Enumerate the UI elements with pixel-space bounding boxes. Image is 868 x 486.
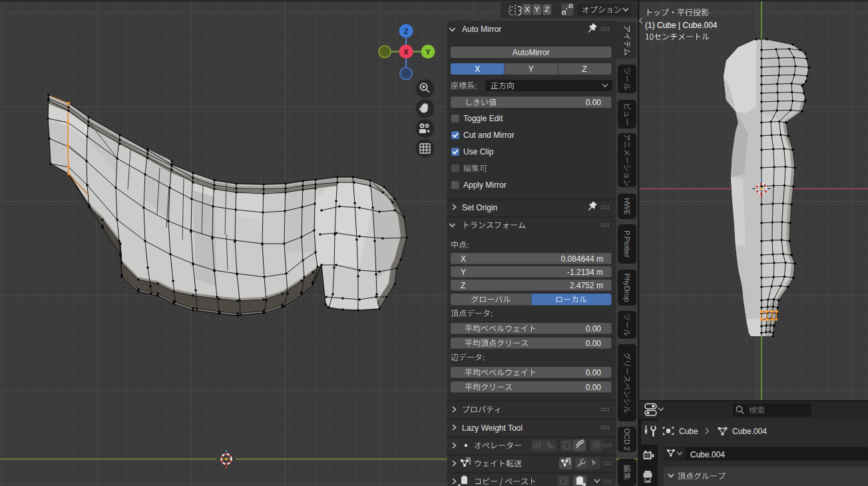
svg-text:2.4752 m: 2.4752 m [570,281,603,290]
svg-text:Z: Z [461,281,465,290]
svg-text:Cube.004: Cube.004 [732,427,767,436]
svg-text:Y: Y [425,48,431,56]
svg-text:Y: Y [529,65,534,74]
svg-text:Y: Y [535,5,540,13]
svg-text:(1) Cube | Cube.004: (1) Cube | Cube.004 [645,21,718,30]
svg-text:Cut and Mirror: Cut and Mirror [463,130,515,140]
svg-text:Z: Z [404,27,409,35]
svg-text:Auto Mirror: Auto Mirror [462,25,501,34]
svg-text:AutoMirror: AutoMirror [513,48,550,57]
svg-text:0.00: 0.00 [586,339,602,348]
svg-text:0.00: 0.00 [586,98,602,107]
svg-text:X: X [475,65,480,74]
svg-text:0.00: 0.00 [586,383,602,392]
svg-text:Y: Y [461,268,466,277]
svg-text:Z: Z [582,65,587,74]
svg-text:Lazy Weight Tool: Lazy Weight Tool [462,423,523,433]
svg-text:Cube: Cube [679,427,698,436]
svg-text:Cube.004: Cube.004 [690,450,725,459]
svg-text:0.00: 0.00 [586,324,602,334]
svg-text:0.084644 m: 0.084644 m [561,254,603,264]
svg-text:Apply Mirror: Apply Mirror [463,180,507,190]
svg-text:P.Plotter: P.Plotter [623,230,631,258]
svg-text:Z: Z [544,5,549,13]
svg-text:PhyDrop: PhyDrop [623,274,631,302]
svg-text:X: X [461,254,466,264]
svg-text:X: X [403,48,409,56]
svg-text:Set Origin: Set Origin [462,203,497,212]
svg-text:HWE: HWE [623,198,631,215]
svg-text:0.00: 0.00 [586,368,602,377]
svg-text:-1.2134 m: -1.2134 m [567,268,603,277]
svg-text:Use Clip: Use Clip [463,147,494,156]
svg-text:Toggle Edit: Toggle Edit [463,114,503,123]
svg-text:X: X [525,5,530,13]
svg-text:OCD 2: OCD 2 [623,428,631,451]
